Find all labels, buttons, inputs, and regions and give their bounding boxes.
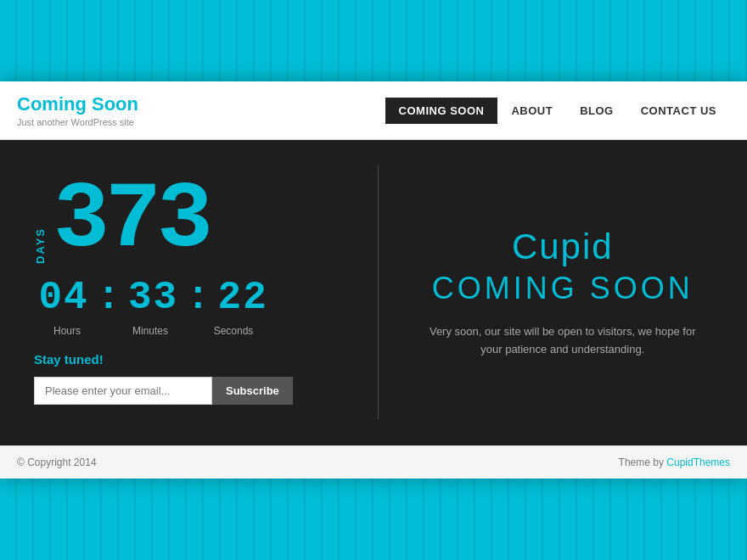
countdown-days-row: DAYS 373 xyxy=(34,174,352,267)
stay-tuned-label: Stay tuned! xyxy=(34,352,352,367)
hours-label: Hours xyxy=(37,325,97,337)
cupid-title: Cupid xyxy=(512,227,614,267)
email-row: Subscribe xyxy=(34,377,352,405)
hours-value: 04 xyxy=(34,276,93,320)
site-tagline: Just another WordPress site xyxy=(17,117,138,127)
main-content: DAYS 373 04 : 33 : 22 Hours Minutes Seco… xyxy=(0,140,747,445)
footer-theme: Theme by CupidThemes xyxy=(619,456,730,468)
days-number: 373 xyxy=(53,174,209,267)
coming-soon-subtitle: COMING SOON xyxy=(432,271,694,306)
left-panel: DAYS 373 04 : 33 : 22 Hours Minutes Seco… xyxy=(0,140,378,445)
subscribe-button[interactable]: Subscribe xyxy=(212,377,293,405)
nav-item-about[interactable]: ABOUT xyxy=(497,98,566,124)
time-row: 04 : 33 : 22 xyxy=(34,276,352,320)
page-wrapper: Coming Soon Just another WordPress site … xyxy=(0,81,747,479)
main-nav: COMING SOON ABOUT BLOG CONTACT US xyxy=(385,98,730,124)
right-panel: Cupid COMING SOON Very soon, our site wi… xyxy=(379,140,748,445)
header: Coming Soon Just another WordPress site … xyxy=(0,81,747,140)
days-label: DAYS xyxy=(34,227,47,264)
minutes-label: Minutes xyxy=(121,325,180,337)
seconds-value: 22 xyxy=(213,276,272,320)
footer-copyright: © Copyright 2014 xyxy=(17,456,97,468)
site-branding: Coming Soon Just another WordPress site xyxy=(17,93,138,127)
coming-soon-description: Very soon, our site will be open to visi… xyxy=(427,323,699,359)
seconds-label: Seconds xyxy=(204,325,263,337)
footer-theme-text: Theme by xyxy=(619,456,667,468)
nav-item-coming-soon[interactable]: COMING SOON xyxy=(385,98,498,124)
footer-theme-link[interactable]: CupidThemes xyxy=(666,456,730,468)
colon-1: : xyxy=(97,278,121,317)
minutes-value: 33 xyxy=(124,276,183,320)
nav-item-contact[interactable]: CONTACT US xyxy=(627,98,730,124)
nav-item-blog[interactable]: BLOG xyxy=(566,98,627,124)
email-input[interactable] xyxy=(34,377,212,405)
footer: © Copyright 2014 Theme by CupidThemes xyxy=(0,445,747,479)
colon-2: : xyxy=(187,278,211,317)
site-title: Coming Soon xyxy=(17,93,138,115)
time-labels-row: Hours Minutes Seconds xyxy=(34,325,352,337)
